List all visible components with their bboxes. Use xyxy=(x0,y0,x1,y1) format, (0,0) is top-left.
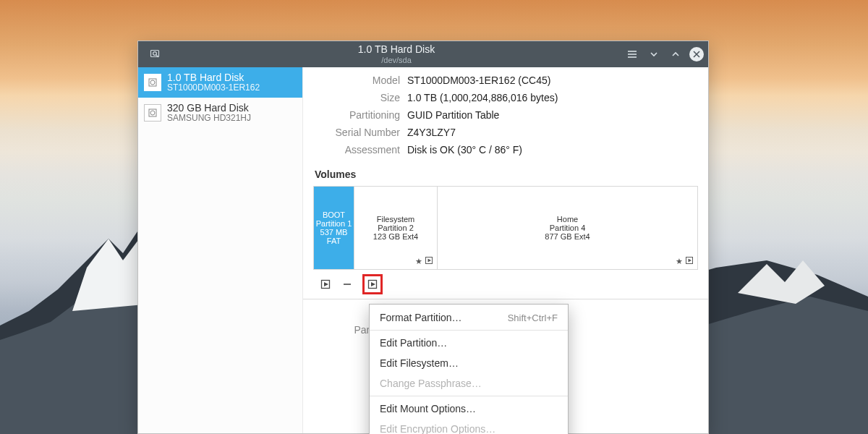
sidebar-item[interactable]: 320 GB Hard DiskSAMSUNG HD321HJ xyxy=(138,98,302,128)
svg-marker-17 xyxy=(324,282,328,286)
sidebar-item-subtitle: ST1000DM003-1ER162 xyxy=(167,83,260,93)
menu-item-label: Edit Filesystem… xyxy=(380,357,459,369)
volume-meta: 537 MB FAT xyxy=(314,228,354,245)
menu-item-accel: Shift+Ctrl+F xyxy=(508,312,558,323)
label-size: Size xyxy=(313,92,400,103)
volume-markers: ★ xyxy=(676,257,693,266)
drive-icon xyxy=(144,74,161,91)
sidebar-item-subtitle: SAMSUNG HD321HJ xyxy=(167,114,251,124)
menu-item[interactable]: Edit Mount Options… xyxy=(370,399,568,419)
value-partitioning: GUID Partition Table xyxy=(407,109,698,121)
device-sidebar: 1.0 TB Hard DiskST1000DM003-1ER162320 GB… xyxy=(138,67,303,433)
volume-meta: 877 GB Ext4 xyxy=(545,232,590,241)
star-icon: ★ xyxy=(676,257,683,266)
menu-item-label: Edit Encryption Options… xyxy=(380,423,495,434)
sidebar-item-title: 1.0 TB Hard Disk xyxy=(167,72,260,83)
hamburger-icon[interactable] xyxy=(624,46,640,62)
minimize-button[interactable] xyxy=(646,46,662,62)
menu-item[interactable]: Edit Partition… xyxy=(370,333,568,353)
volume-name: Home xyxy=(545,215,590,224)
volume-subtitle: Partition 4 xyxy=(545,224,590,232)
label-assessment: Assessment xyxy=(313,144,400,156)
menu-item-label: Format Partition… xyxy=(380,312,462,323)
volume[interactable]: BOOTPartition 1537 MB FAT xyxy=(314,187,354,269)
value-model: ST1000DM003-1ER162 (CC45) xyxy=(407,75,698,86)
value-assessment: Disk is OK (30° C / 86° F) xyxy=(407,144,698,156)
volume-name: Filesystem xyxy=(373,215,418,224)
volume-subtitle: Partition 1 xyxy=(314,219,354,228)
volume-strip: BOOTPartition 1537 MB FATFilesystemParti… xyxy=(313,186,698,270)
sidebar-item[interactable]: 1.0 TB Hard DiskST1000DM003-1ER162 xyxy=(138,67,302,98)
label-partitioning: Partitioning xyxy=(313,109,400,121)
value-size: 1.0 TB (1,000,204,886,016 bytes) xyxy=(407,92,698,103)
svg-point-11 xyxy=(150,111,155,115)
sidebar-item-title: 320 GB Hard Disk xyxy=(167,102,251,114)
close-button[interactable] xyxy=(689,47,704,61)
menu-separator xyxy=(370,330,568,331)
menu-item[interactable]: Format Partition…Shift+Ctrl+F xyxy=(370,307,568,328)
menu-item-label: Edit Mount Options… xyxy=(380,403,476,414)
delete-partition-button[interactable] xyxy=(341,278,354,291)
highlighted-gear-button xyxy=(362,274,383,294)
partition-context-menu: Format Partition…Shift+Ctrl+FEdit Partit… xyxy=(369,304,569,434)
menu-item: Change Passphrase… xyxy=(370,373,568,393)
volume-toolbar xyxy=(313,273,698,296)
star-icon: ★ xyxy=(415,257,422,266)
mounted-icon xyxy=(425,257,433,266)
window-title: 1.0 TB Hard Disk xyxy=(169,44,624,55)
window-subtitle: /dev/sda xyxy=(169,56,624,64)
svg-marker-20 xyxy=(371,282,375,286)
mounted-icon xyxy=(686,257,693,266)
volumes-heading: Volumes xyxy=(315,169,698,180)
label-serial: Serial Number xyxy=(313,127,400,138)
menu-item[interactable]: Edit Filesystem… xyxy=(370,353,568,373)
magnifier-icon[interactable] xyxy=(148,46,163,62)
titlebar: 1.0 TB Hard Disk /dev/sda xyxy=(138,41,708,67)
maximize-button[interactable] xyxy=(668,46,684,62)
label-model: Model xyxy=(313,75,400,86)
menu-item-label: Change Passphrase… xyxy=(380,378,482,389)
drive-icon xyxy=(144,104,161,122)
volume-meta: 123 GB Ext4 xyxy=(373,232,418,241)
svg-marker-15 xyxy=(689,259,692,263)
menu-item-label: Edit Partition… xyxy=(380,337,447,349)
volume-subtitle: Partition 2 xyxy=(373,224,418,232)
volume[interactable]: HomePartition 4877 GB Ext4★ xyxy=(438,187,697,269)
menu-item: Edit Encryption Options… xyxy=(370,419,568,434)
volume-name: BOOT xyxy=(314,210,354,219)
svg-marker-13 xyxy=(428,259,432,263)
menu-separator xyxy=(370,396,568,396)
volume-markers: ★ xyxy=(415,257,433,266)
partition-gear-icon[interactable] xyxy=(366,278,379,291)
disk-details: Model ST1000DM003-1ER162 (CC45) Size 1.0… xyxy=(313,75,698,156)
svg-point-1 xyxy=(153,52,157,56)
mount-button[interactable] xyxy=(319,278,332,291)
svg-point-9 xyxy=(150,80,155,85)
value-serial: Z4Y3LZY7 xyxy=(407,127,698,138)
volume[interactable]: FilesystemPartition 2123 GB Ext4★ xyxy=(354,187,438,269)
